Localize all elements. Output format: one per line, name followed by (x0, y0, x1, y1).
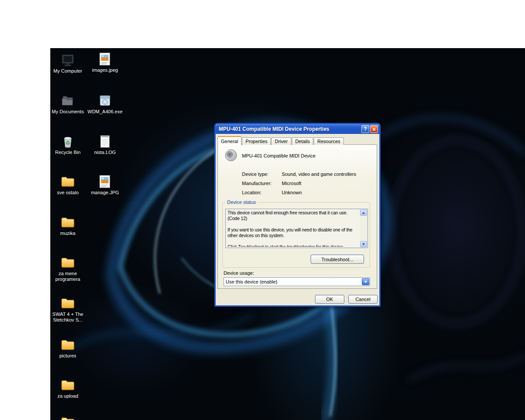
screenshot-canvas: My Computer images.jpeg My Documents WDM… (0, 0, 525, 420)
tab-details[interactable]: Details (292, 137, 314, 145)
desktop-icon-sve-ostalo[interactable]: sve ostalo (50, 174, 85, 196)
image-file-icon (98, 52, 112, 66)
desktop-icon-label: images.jpeg (88, 67, 122, 73)
field-manufacturer: Manufacturer: Microsoft (242, 181, 301, 186)
combo-dropdown-button[interactable] (362, 278, 369, 285)
field-value: Unknown (282, 190, 302, 195)
dialog-title: MPU-401 Compatible MIDI Device Propertie… (219, 126, 360, 132)
desktop-icon-label: My Computer (50, 68, 85, 74)
troubleshoot-button[interactable]: Troubleshoot... (311, 255, 364, 264)
combo-selected-value: Use this device (enable) (226, 279, 277, 284)
desktop-icon-label: Recycle Bin (50, 150, 85, 155)
device-properties-dialog: MPU-401 Compatible MIDI Device Propertie… (214, 123, 381, 307)
desktop-icon-label: manage.JPG (88, 190, 122, 196)
desktop-icon-partial-folder[interactable] (50, 415, 85, 420)
tab-resources[interactable]: Resources (314, 137, 344, 145)
help-button[interactable]: ? (361, 125, 369, 133)
desktop-icon-label: nista.LOG (88, 150, 122, 155)
field-value: Microsoft (282, 181, 301, 186)
folder-icon (60, 296, 75, 311)
desktop-icon-za-upload[interactable]: za upload (50, 378, 85, 399)
folder-icon (60, 255, 75, 270)
device-status-box: This device cannot find enough free reso… (225, 209, 368, 248)
desktop-icon-recycle-bin[interactable]: ♻ Recycle Bin (50, 134, 85, 155)
documents-folder-icon (60, 93, 75, 108)
status-scrollbar[interactable] (360, 210, 367, 247)
chevron-down-icon (364, 281, 367, 283)
desktop-icon-label: My Documents (50, 109, 85, 115)
device-name: MPU-401 Compatible MIDI Device (242, 153, 315, 158)
desktop-icon-label: za mene programera (50, 271, 85, 282)
field-value: Sound, video and game controllers (282, 172, 356, 177)
desktop-icon-label: za upload (50, 393, 85, 399)
tab-strip: General Properties Driver Details Resour… (217, 136, 344, 145)
desktop-icon-nista-log[interactable]: nista.LOG (88, 134, 122, 155)
folder-icon (60, 378, 75, 392)
folder-icon (60, 174, 75, 189)
desktop-icon-manage-jpg[interactable]: manage.JPG (88, 174, 122, 196)
notepad-file-icon (98, 134, 112, 149)
general-tab-panel: MPU-401 Compatible MIDI Device Device ty… (217, 144, 377, 289)
tab-properties[interactable]: Properties (242, 137, 271, 145)
desktop-icon-label: SWAT 4 + The Stetchkov S... (50, 312, 85, 323)
desktop-icon-pictures[interactable]: pictures (50, 337, 85, 359)
field-label: Device type: (242, 172, 280, 177)
field-device-type: Device type: Sound, video and game contr… (242, 172, 356, 177)
folder-icon (60, 415, 75, 420)
desktop-icon-my-computer[interactable]: My Computer (50, 52, 85, 74)
device-status-group: Device status This device cannot find en… (222, 202, 370, 268)
desktop-icon-label: pictures (50, 353, 85, 359)
scroll-up-button[interactable] (360, 210, 367, 216)
desktop-icon-za-mene-programera[interactable]: za mene programera (50, 255, 85, 282)
folder-icon (60, 215, 75, 230)
svg-text:♻: ♻ (66, 140, 70, 146)
speaker-icon (224, 148, 238, 163)
scroll-down-button[interactable] (360, 241, 367, 247)
desktop-icon-wdm-exe[interactable]: WDM_A406.exe (88, 93, 122, 115)
my-computer-icon (60, 52, 75, 67)
device-usage-combobox[interactable]: Use this device (enable) (224, 277, 370, 286)
installer-icon (98, 93, 112, 108)
tab-driver[interactable]: Driver (271, 137, 291, 145)
desktop-icon-label: muzika (50, 231, 85, 236)
desktop: My Computer images.jpeg My Documents WDM… (50, 48, 525, 420)
ok-button[interactable]: OK (315, 295, 344, 304)
device-status-text: This device cannot find enough free reso… (228, 210, 359, 247)
desktop-icon-label: sve ostalo (50, 190, 85, 196)
folder-icon (60, 337, 75, 352)
desktop-icon-muzika[interactable]: muzika (50, 215, 85, 236)
desktop-icon-swat4[interactable]: SWAT 4 + The Stetchkov S... (50, 296, 85, 323)
field-label: Location: (242, 190, 280, 195)
desktop-icon-my-documents[interactable]: My Documents (50, 93, 85, 115)
tab-general[interactable]: General (217, 136, 242, 145)
device-status-group-label: Device status (226, 200, 257, 205)
close-button[interactable]: × (370, 125, 378, 133)
field-location: Location: Unknown (242, 190, 302, 195)
arrow-up-icon (362, 212, 365, 214)
desktop-icon-label: WDM_A406.exe (88, 109, 122, 115)
recycle-bin-icon: ♻ (60, 134, 75, 149)
desktop-icon-images-jpeg[interactable]: images.jpeg (88, 52, 122, 73)
dialog-titlebar: MPU-401 Compatible MIDI Device Propertie… (216, 124, 379, 134)
field-label: Manufacturer: (242, 181, 280, 186)
arrow-down-icon (362, 243, 365, 245)
image-file-icon (98, 174, 112, 189)
device-usage-label: Device usage: (224, 270, 254, 276)
cancel-button[interactable]: Cancel (348, 295, 378, 304)
